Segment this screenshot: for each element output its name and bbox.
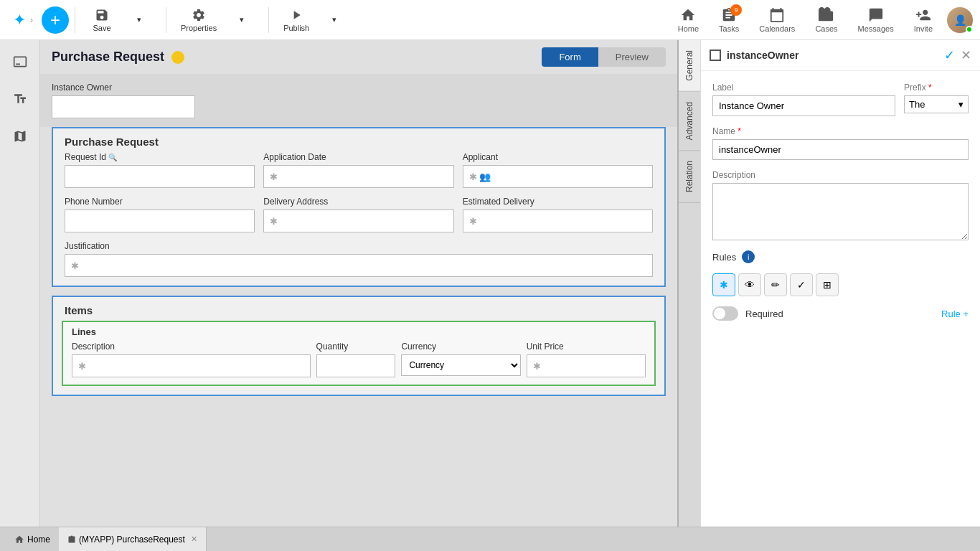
properties-group: Properties ▾: [172, 5, 263, 35]
form-tabs: Form Preview: [542, 47, 666, 67]
nav-calendars[interactable]: Calendars: [753, 4, 801, 36]
properties-button[interactable]: Properties: [175, 5, 222, 35]
nav-messages[interactable]: Messages: [852, 4, 900, 36]
save-arrow-button[interactable]: ▾: [121, 12, 157, 27]
search-indicator: 🔍: [108, 154, 117, 161]
text-icon: [13, 92, 27, 106]
separator-2: [166, 7, 166, 33]
calendars-label: Calendars: [759, 24, 795, 33]
rule-icon-visible[interactable]: 👁: [738, 273, 761, 296]
nav-home[interactable]: Home: [672, 4, 705, 36]
prefix-required-star: *: [928, 83, 932, 93]
form-header: Purchase Request Form Preview: [40, 40, 677, 74]
prefix-select-box[interactable]: The ▾: [904, 95, 969, 113]
currency-col-label: Currency: [401, 342, 520, 352]
unit-price-col-label: Unit Price: [527, 342, 646, 352]
tasks-label: Tasks: [719, 24, 739, 33]
application-date-label: Application Date: [263, 152, 453, 162]
quantity-col-label: Quantity: [316, 342, 396, 352]
bottom-tab-close[interactable]: ✕: [191, 534, 197, 544]
messages-icon: [868, 7, 884, 23]
invite-icon: [915, 7, 931, 23]
applicant-input[interactable]: ✱ 👥: [463, 165, 653, 188]
bottom-tab-label: (MYAPP) PurchaseRequest: [79, 534, 185, 545]
side-tab-advanced[interactable]: Advanced: [679, 92, 700, 151]
panel-title: instanceOwner: [727, 50, 938, 61]
prefix-field: Prefix * The ▾: [904, 83, 969, 116]
phone-number-label: Phone Number: [65, 197, 255, 207]
save-icon: [95, 8, 109, 22]
calendars-icon: [769, 7, 785, 23]
add-button[interactable]: +: [42, 6, 69, 34]
rule-icon-required[interactable]: ✱: [712, 273, 735, 296]
rule-icon-check[interactable]: ✓: [790, 273, 813, 296]
rules-label: Rules: [712, 252, 736, 263]
rule-plus[interactable]: Rule +: [941, 309, 969, 319]
instance-owner-label: Instance Owner: [52, 83, 666, 93]
properties-arrow-button[interactable]: ▾: [224, 12, 260, 27]
nav-invite[interactable]: Invite: [908, 4, 938, 36]
brand-icon: ✦: [13, 11, 26, 29]
delivery-address-input[interactable]: ✱: [263, 209, 453, 232]
rule-icon-grid[interactable]: ⊞: [816, 273, 839, 296]
publish-arrow-button[interactable]: ▾: [316, 12, 352, 27]
toolbar: ✦ › + Save ▾ Properties ▾: [0, 0, 980, 40]
field-delivery-address: Delivery Address ✱: [263, 197, 453, 232]
save-button[interactable]: Save: [84, 5, 120, 35]
panel-confirm-button[interactable]: ✓: [944, 47, 955, 63]
main-layout: Purchase Request Form Preview Instance O…: [0, 40, 980, 527]
currency-select[interactable]: Currency: [401, 354, 520, 376]
rules-info-icon[interactable]: i: [742, 250, 755, 263]
bottom-home-label: Home: [27, 534, 50, 545]
bottom-home[interactable]: Home: [6, 532, 59, 547]
instance-owner-input[interactable]: [52, 95, 195, 118]
bottom-bar: Home (MYAPP) PurchaseRequest ✕: [0, 527, 980, 551]
sidebar-icon-text[interactable]: [7, 86, 33, 112]
tasks-badge: 9: [730, 4, 742, 16]
nav-cases[interactable]: Cases: [809, 4, 843, 36]
label-input[interactable]: [712, 95, 895, 116]
request-id-input[interactable]: [65, 165, 255, 188]
quantity-input[interactable]: [316, 354, 396, 377]
cases-label: Cases: [815, 24, 837, 33]
estimated-delivery-input[interactable]: ✱: [463, 209, 653, 232]
name-field-label: Name *: [712, 126, 969, 136]
lines-quantity: Quantity: [316, 342, 396, 377]
cases-icon: [819, 7, 834, 23]
unit-price-input[interactable]: ✱: [527, 354, 646, 377]
side-tabs: General Advanced Relation: [677, 40, 700, 527]
rule-icon-edit[interactable]: ✏: [764, 273, 787, 296]
estimated-delivery-label: Estimated Delivery: [463, 197, 653, 207]
description-input[interactable]: ✱: [72, 354, 311, 377]
brand: ✦ ›: [7, 11, 39, 29]
panel-checkbox[interactable]: [710, 50, 721, 61]
sidebar-icon-screen[interactable]: [7, 49, 33, 75]
lines-currency: Currency Currency: [401, 342, 520, 377]
right-panel: instanceOwner ✓ ✕ Label Prefix * The: [700, 40, 980, 527]
nav-tasks[interactable]: 9 Tasks: [713, 4, 745, 36]
form-area: Purchase Request Form Preview Instance O…: [40, 40, 677, 527]
required-toggle[interactable]: [712, 306, 738, 321]
publish-button[interactable]: Publish: [278, 5, 315, 35]
publish-label: Publish: [283, 24, 309, 32]
tab-preview[interactable]: Preview: [598, 47, 666, 67]
panel-body: Label Prefix * The ▾: [701, 71, 980, 332]
request-id-label: Request Id 🔍: [65, 152, 255, 162]
panel-close-button[interactable]: ✕: [961, 47, 971, 63]
description-textarea[interactable]: [712, 183, 969, 240]
publish-icon: [289, 8, 303, 22]
form-content: Purchase Request Request Id 🔍 Applicatio…: [40, 127, 677, 416]
phone-number-input[interactable]: [65, 209, 255, 232]
side-tab-relation[interactable]: Relation: [679, 151, 700, 203]
name-input[interactable]: [712, 139, 969, 160]
justification-input[interactable]: ✱: [65, 254, 653, 277]
tab-form[interactable]: Form: [542, 47, 598, 67]
application-date-input[interactable]: ✱: [263, 165, 453, 188]
avatar[interactable]: 👤: [947, 7, 973, 33]
field-request-id: Request Id 🔍: [65, 152, 255, 188]
sidebar-icon-cube[interactable]: [7, 123, 33, 149]
save-label: Save: [93, 24, 110, 32]
bottom-tab-purchase-request[interactable]: (MYAPP) PurchaseRequest ✕: [59, 527, 207, 551]
left-sidebar: [0, 40, 40, 527]
side-tab-general[interactable]: General: [679, 40, 700, 92]
